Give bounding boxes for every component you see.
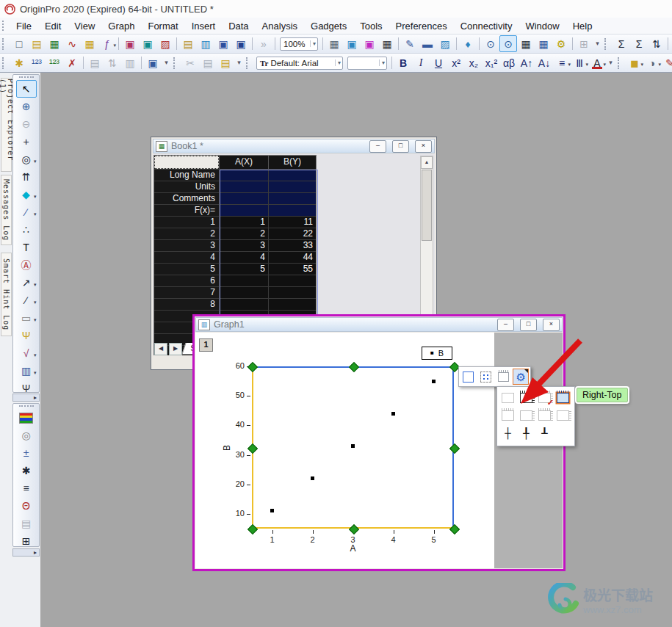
font-family-combo[interactable]: TrDefault: Arial▾ (256, 57, 343, 70)
scroll-up-button[interactable]: ▲ (421, 156, 433, 169)
format-worksheet-button[interactable]: ▦ (535, 35, 552, 52)
text-tool-button[interactable]: T (16, 239, 37, 256)
sidebar-tab-messages-log[interactable]: Messages Log (1, 175, 12, 245)
cell-a[interactable]: 3 (219, 239, 268, 251)
zoom-in-button[interactable]: ⊕ (16, 98, 37, 115)
pan-hand-button[interactable]: Ψ (16, 327, 37, 344)
fill-color-button[interactable]: ◼▾ (626, 54, 643, 71)
row-header-cell[interactable]: 1 (154, 216, 219, 228)
cell-b[interactable] (268, 298, 316, 310)
row-header-cell[interactable]: 7 (154, 286, 219, 298)
new-notes-button[interactable]: ▣ (121, 35, 139, 52)
subscript-button[interactable]: x₂ (465, 54, 483, 71)
sheet-nav-right[interactable]: ▶ (169, 343, 182, 355)
cell-b[interactable]: 55 (268, 263, 316, 275)
apply-to-frame-button[interactable] (460, 369, 477, 385)
select-all-corner-cell[interactable] (154, 156, 219, 169)
menu-help[interactable]: Help (566, 19, 599, 33)
cell-a[interactable] (219, 204, 268, 216)
alignment-button[interactable]: ≡▾ (553, 54, 571, 71)
new-project-button[interactable]: □ (10, 35, 28, 52)
data-point[interactable] (432, 380, 436, 383)
draw-data-points-button[interactable]: ∕▾ (16, 203, 37, 221)
menu-file[interactable]: File (10, 19, 38, 33)
toolbar-grip[interactable] (2, 57, 8, 69)
sum-on-rows-button[interactable]: Σ (630, 35, 648, 52)
cell-a[interactable] (219, 298, 268, 310)
menu-tools[interactable]: Tools (353, 19, 389, 33)
toolbar-grip[interactable] (604, 38, 610, 50)
zoom-out-button[interactable]: ⊖ (16, 115, 37, 133)
chevron-down-icon[interactable]: ▾ (34, 211, 37, 217)
sort-worksheet-button[interactable]: ⇅ (648, 35, 665, 52)
cell-b[interactable]: 11 (268, 216, 316, 228)
theme-organizer-button[interactable]: ⚙ (552, 35, 570, 52)
sum-column-button[interactable]: Σ (613, 35, 630, 52)
line-tool-button[interactable]: ∕▾ (16, 291, 37, 309)
clear-worksheet-button[interactable]: ✗ (63, 54, 81, 71)
axes-opt-5-option[interactable] (499, 407, 516, 423)
axes-right-top-selected-option[interactable] (554, 390, 571, 405)
cell-b[interactable] (268, 286, 316, 298)
italic-button[interactable]: I (412, 54, 430, 71)
chevron-down-icon[interactable]: ▾ (34, 352, 37, 358)
axes-opt-8-option[interactable] (554, 407, 571, 423)
cell-b[interactable]: 22 (268, 228, 316, 239)
cell-b[interactable] (268, 192, 316, 204)
chevron-down-icon[interactable]: ▾ (34, 317, 37, 323)
plot-layer[interactable]: B A 10203040506012345 (252, 366, 454, 529)
row-header-cell[interactable]: Comments (154, 192, 219, 204)
open-folder-button[interactable]: ▤ (179, 35, 197, 52)
menu-graph[interactable]: Graph (101, 19, 141, 33)
axes-cross-corner-option[interactable]: ┸ (536, 425, 553, 441)
insert-worksheet-grid-button[interactable]: ⊞ (16, 532, 37, 550)
copy-button[interactable]: ▤ (199, 54, 217, 71)
row-header-cell[interactable]: 8 (154, 298, 219, 310)
underline-button[interactable]: U (430, 54, 447, 71)
x-axis-title[interactable]: A (252, 543, 454, 554)
axes-cross-center-option[interactable]: ┼ (499, 425, 516, 441)
object-toolbar-expander[interactable]: ▸ (12, 548, 40, 557)
apply-to-selection-button[interactable] (478, 369, 494, 385)
toolbar-grip[interactable] (246, 57, 252, 69)
copy-graph-page-button[interactable]: ▣ (361, 35, 378, 52)
toolbar2a-overflow-button[interactable]: ▾ (162, 54, 171, 71)
cell-a[interactable] (219, 192, 268, 204)
row-header-cell[interactable]: 4 (154, 251, 219, 263)
pattern-color-button[interactable]: ◑▾ (643, 54, 661, 71)
pointer-button[interactable]: ↖ (16, 80, 37, 98)
column-header-b[interactable]: B(Y) (268, 156, 316, 169)
cell-b[interactable] (268, 181, 316, 192)
video-builder-button[interactable]: ▦ (378, 35, 396, 52)
move-columns-button[interactable]: ⇅ (104, 54, 121, 71)
color-scale-button[interactable] (16, 409, 37, 427)
menu-grip[interactable] (2, 21, 7, 31)
fill-random-numbers-button[interactable]: ¹²³ (46, 54, 63, 71)
print-button[interactable]: ▦ (325, 35, 343, 52)
paste-button[interactable]: ▤ (217, 54, 234, 71)
rectangle-tool-button[interactable]: ▭▾ (16, 309, 37, 327)
data-point[interactable] (311, 476, 314, 480)
bold-button[interactable]: B (394, 54, 412, 71)
insert-equation-button[interactable]: √▾ (16, 344, 37, 362)
close-button[interactable]: × (543, 319, 560, 331)
restore-button[interactable]: □ (520, 319, 537, 331)
save-project-button[interactable]: ▣ (214, 35, 232, 52)
font-size-combo[interactable]: ▾ (347, 57, 387, 70)
new-workbook-button[interactable]: ▦ (46, 35, 63, 52)
toolbar2c-overflow-button[interactable]: ▾ (606, 54, 615, 71)
plot-legend[interactable]: ■ B (422, 347, 452, 360)
column-header-a[interactable]: A(X) (219, 156, 268, 169)
chevron-down-icon[interactable]: ▾ (310, 40, 316, 47)
sidebar-tab-smart-hint-log[interactable]: Smart Hint Log (1, 253, 12, 336)
restore-button[interactable]: □ (392, 140, 409, 153)
date-time-stamp-button[interactable]: Θ (16, 497, 37, 515)
minimize-button[interactable]: – (497, 319, 514, 331)
screen-reader-button[interactable]: + (16, 133, 37, 151)
menu-preferences[interactable]: Preferences (389, 19, 454, 33)
close-button[interactable]: × (415, 140, 432, 153)
insert-graph-object-button[interactable]: ▥▾ (16, 362, 37, 380)
cell-a[interactable]: 2 (219, 228, 268, 239)
data-point[interactable] (270, 509, 274, 512)
new-layout-page-button[interactable]: ▬ (419, 35, 436, 52)
